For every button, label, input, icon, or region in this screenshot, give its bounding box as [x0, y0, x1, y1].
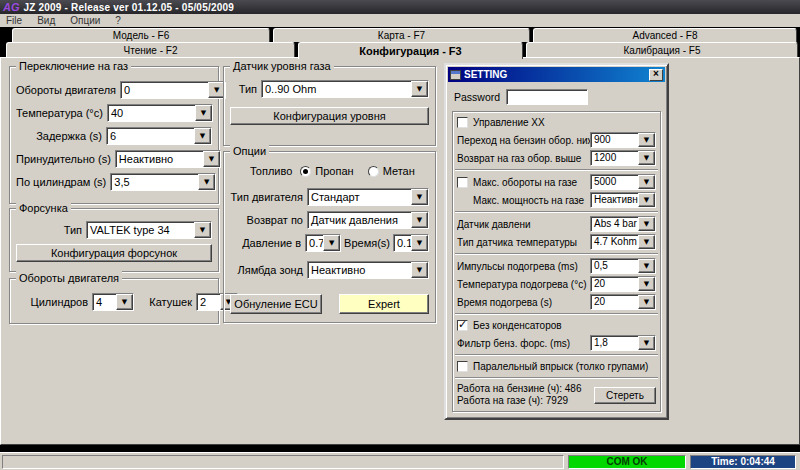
injector-group: Форсунка Тип VALTEK type 34 Конфигурация… — [9, 208, 219, 272]
petrol-hours: Работа на бензине (ч): 486 — [457, 383, 581, 394]
level-config-button[interactable]: Конфигурация уровня — [230, 107, 429, 125]
forced-row: Принудительно (s) Неактивно — [16, 150, 212, 168]
chevron-down-icon[interactable] — [638, 175, 655, 189]
heating-temp-combo[interactable]: 20 — [590, 276, 656, 292]
temperature-row: Температура (°c) 40 — [16, 104, 212, 122]
chevron-down-icon[interactable] — [638, 277, 655, 291]
chevron-down-icon[interactable] — [638, 217, 655, 231]
radio-methane-icon[interactable] — [368, 166, 379, 177]
chevron-down-icon[interactable] — [638, 193, 655, 207]
delay-row: Задержка (s) 6 — [16, 127, 212, 145]
checkbox-unchecked-icon[interactable] — [457, 117, 468, 128]
gas-above-combo[interactable]: 1200 — [590, 150, 656, 166]
chevron-down-icon[interactable] — [194, 222, 211, 238]
chevron-down-icon[interactable] — [411, 189, 428, 205]
chevron-down-icon[interactable] — [198, 174, 215, 190]
pressure-combo[interactable]: 0.7 — [305, 234, 341, 252]
group-title: Датчик уровня газа — [230, 59, 334, 73]
setting-dialog-titlebar[interactable]: SETTING — [448, 67, 665, 82]
level-type-combo[interactable]: 0..90 Ohm — [261, 80, 429, 98]
radio-propane-icon[interactable] — [300, 166, 311, 177]
return-row: Возврат по Датчик давления — [230, 211, 429, 229]
chevron-down-icon[interactable] — [411, 81, 428, 97]
time-label: Время(s) — [344, 237, 390, 249]
chevron-down-icon[interactable] — [638, 151, 655, 165]
fuel-propane-label[interactable]: Пропан — [315, 165, 353, 177]
close-icon[interactable] — [649, 69, 663, 81]
temperature-combo[interactable]: 40 — [107, 104, 213, 122]
chevron-down-icon[interactable] — [638, 235, 655, 249]
tab-read-f2[interactable]: Чтение - F2 — [6, 42, 295, 57]
no-capacitors-row: Без конденсаторов — [457, 319, 656, 332]
lambda-combo[interactable]: Неактивно — [307, 261, 429, 279]
menu-help[interactable]: ? — [115, 15, 121, 26]
delay-combo[interactable]: 6 — [106, 127, 212, 145]
temp-sensor-combo[interactable]: 4.7 Kohm — [590, 234, 656, 250]
heating-pulses-row: Импульсы подогрева (ms) 0,5 — [457, 258, 656, 274]
menu-options[interactable]: Опции — [70, 15, 100, 26]
tab-model-f6[interactable]: Модель - F6 — [12, 28, 270, 42]
menu-view[interactable]: Вид — [37, 15, 55, 26]
checkbox-checked-icon[interactable] — [457, 320, 468, 331]
max-rpm-row: Макс. обороты на газе 5000 — [457, 174, 656, 190]
level-type-row: Тип 0..90 Ohm — [230, 80, 429, 98]
injector-config-button[interactable]: Конфигурация форсунок — [16, 244, 212, 262]
chevron-down-icon[interactable] — [411, 235, 428, 251]
chevron-down-icon[interactable] — [638, 133, 655, 147]
engine-rpm-combo[interactable]: 0 — [120, 81, 226, 99]
petrol-below-row: Переход на бензин обор. ниже 900 — [457, 132, 656, 148]
status-bar: COM OK Time: 0:04:44 — [0, 452, 800, 470]
pressure-sensor-combo[interactable]: Abs 4 bar — [590, 216, 656, 232]
gas-switch-group: Переключение на газ Обороты двигателя 0 … — [9, 66, 219, 204]
chevron-down-icon[interactable] — [116, 294, 133, 310]
pressure-sensor-row: Датчик давлени Abs 4 bar — [457, 216, 656, 232]
chevron-down-icon[interactable] — [638, 295, 655, 309]
erase-button[interactable]: Стереть — [594, 387, 656, 404]
password-input[interactable] — [506, 89, 588, 105]
tab-calibration-f5[interactable]: Калибрация - F5 — [526, 42, 798, 57]
com-status-badge: COM OK — [568, 455, 686, 469]
title-bar: AG JZ 2009 - Release ver 01.12.05 - 05/0… — [0, 0, 800, 14]
tab-advanced-f8[interactable]: Advanced - F8 — [533, 28, 797, 42]
forced-combo[interactable]: Неактивно — [115, 150, 221, 168]
petrol-below-combo[interactable]: 900 — [590, 132, 656, 148]
injector-type-combo[interactable]: VALTEK type 34 — [86, 221, 212, 239]
chevron-down-icon[interactable] — [638, 336, 655, 350]
work-hours-row: Работа на бензине (ч): 486 Работа на газ… — [457, 382, 656, 408]
chevron-down-icon[interactable] — [203, 151, 220, 167]
heating-pulses-combo[interactable]: 0,5 — [590, 258, 656, 274]
chevron-down-icon[interactable] — [194, 128, 211, 144]
password-row: Password — [454, 89, 659, 105]
chevron-down-icon[interactable] — [411, 212, 428, 228]
engine-type-combo[interactable]: Стандарт — [307, 188, 429, 206]
chevron-down-icon[interactable] — [323, 235, 340, 251]
chevron-down-icon[interactable] — [195, 105, 212, 121]
petrol-filter-combo[interactable]: 1,8 — [590, 335, 656, 351]
checkbox-unchecked-icon[interactable] — [457, 177, 468, 188]
expert-button[interactable]: Expert — [339, 294, 429, 314]
tab-configuration-f3[interactable]: Конфигурация - F3 — [298, 42, 523, 59]
configuration-panel: Переключение на газ Обороты двигателя 0 … — [0, 57, 800, 445]
status-empty-cell — [2, 455, 564, 469]
group-title: Опции — [230, 144, 269, 158]
setting-dialog-icon — [450, 70, 461, 80]
heating-time-row: Время подогрева (s) 20 — [457, 294, 656, 310]
chevron-down-icon[interactable] — [638, 259, 655, 273]
cylinders-combo[interactable]: 4 — [92, 293, 134, 311]
tab-map-f7[interactable]: Карта - F7 — [273, 28, 530, 42]
checkbox-unchecked-icon[interactable] — [457, 361, 468, 372]
fuel-methane-label[interactable]: Метан — [383, 165, 415, 177]
idle-control-row: Управление ХХ — [457, 116, 656, 129]
chevron-down-icon[interactable] — [411, 262, 428, 278]
menu-file[interactable]: File — [6, 15, 22, 26]
max-power-combo[interactable]: Неактивно — [590, 192, 656, 208]
heating-time-combo[interactable]: 20 — [590, 294, 656, 310]
return-combo[interactable]: Датчик давления — [307, 211, 429, 229]
max-rpm-combo[interactable]: 5000 — [590, 174, 656, 190]
time-combo[interactable]: 0.1 — [393, 234, 429, 252]
options-group: Опции Топливо Пропан Метан Тип двигателя… — [223, 151, 436, 323]
gas-above-row: Возврат на газ обор. выше 1200 — [457, 150, 656, 166]
pressure-time-row: Давление в 0.7 Время(s) 0.1 — [230, 234, 429, 252]
ecu-reset-button[interactable]: Обнуление ECU — [230, 294, 322, 314]
per-cylinder-combo[interactable]: 3,5 — [110, 173, 216, 191]
